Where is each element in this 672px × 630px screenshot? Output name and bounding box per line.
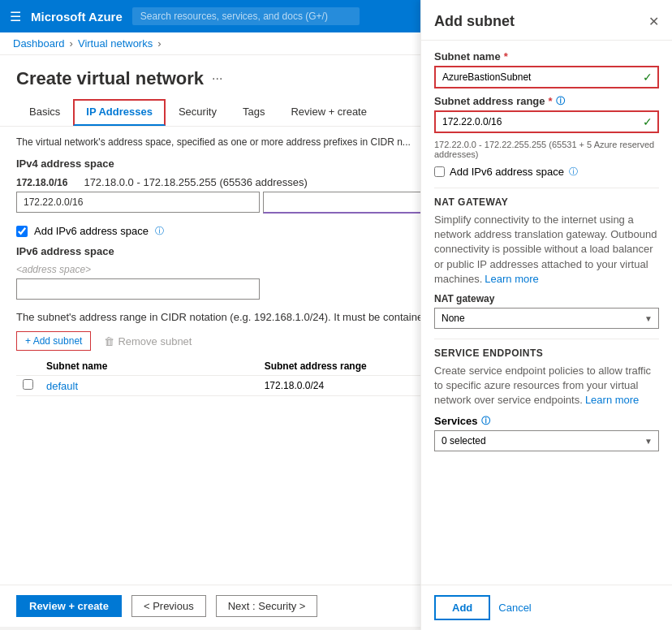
subnet-range-input[interactable] xyxy=(434,110,659,133)
breadcrumb-sep-1: › xyxy=(70,37,73,50)
services-field-label: Services ⓘ xyxy=(434,415,659,427)
tab-security[interactable]: Security xyxy=(166,99,230,126)
app-title: Microsoft Azure xyxy=(31,10,123,24)
panel-ipv6-checkbox[interactable] xyxy=(434,166,445,177)
services-info-icon[interactable]: ⓘ xyxy=(481,415,490,427)
review-create-button[interactable]: Review + create xyxy=(16,595,122,617)
check-icon-1: ✓ xyxy=(643,71,653,84)
services-select[interactable]: 0 selected xyxy=(434,430,659,451)
tab-ip-addresses[interactable]: IP Addresses xyxy=(73,99,166,126)
global-search-input[interactable] xyxy=(132,7,360,25)
panel-title: Add subnet xyxy=(434,13,515,30)
service-learn-more-link[interactable]: Learn more xyxy=(585,394,639,406)
nat-gateway-select-wrap: None ▼ xyxy=(434,308,659,329)
page-title: Create virtual network xyxy=(16,68,204,89)
ipv6-checkbox[interactable] xyxy=(16,226,28,237)
ipv6-checkbox-label: Add IPv6 address space xyxy=(34,225,149,237)
panel-header: Add subnet ✕ xyxy=(421,0,672,41)
check-icon-2: ✓ xyxy=(643,115,653,128)
breadcrumb-sep-2: › xyxy=(157,37,161,50)
next-button[interactable]: Next : Security > xyxy=(216,595,318,617)
col-checkbox xyxy=(16,357,40,376)
subnet-range-input-wrap: ✓ xyxy=(434,110,659,133)
required-star-1: * xyxy=(504,50,508,63)
ipv4-range1-val: 172.18.0/16 xyxy=(16,177,67,188)
subnet-range-field-label: Subnet address range * ⓘ xyxy=(434,95,659,107)
panel-ipv6-checkbox-row: Add IPv6 address space ⓘ xyxy=(434,166,659,178)
trash-icon: 🗑 xyxy=(104,335,114,347)
service-endpoints-section-header: SERVICE ENDPOINTS xyxy=(434,339,659,359)
add-subnet-panel: Add subnet ✕ Subnet name * ✓ Subnet addr… xyxy=(420,0,672,630)
nat-gateway-field-label: NAT gateway xyxy=(434,293,659,304)
panel-bottom: Add Cancel xyxy=(421,585,672,630)
subnet-name-field-label: Subnet name * xyxy=(434,50,659,63)
subnet-name-input-wrap: ✓ xyxy=(434,66,659,88)
panel-close-button[interactable]: ✕ xyxy=(648,14,659,29)
range-note: 172.22.0.0 - 172.22.255.255 (65531 + 5 A… xyxy=(434,140,659,159)
hamburger-icon[interactable]: ☰ xyxy=(10,9,21,24)
subnet-range-info-icon[interactable]: ⓘ xyxy=(556,95,565,107)
page-menu-icon[interactable]: ··· xyxy=(212,71,222,86)
breadcrumb-dashboard[interactable]: Dashboard xyxy=(13,37,65,50)
panel-cancel-button[interactable]: Cancel xyxy=(498,602,531,614)
services-select-wrap: 0 selected ▼ xyxy=(434,430,659,451)
ipv4-range1-detail: 172.18.0.0 - 172.18.255.255 (65536 addre… xyxy=(84,176,307,188)
required-star-2: * xyxy=(549,95,553,107)
remove-subnet-button[interactable]: 🗑 Remove subnet xyxy=(104,335,192,347)
nat-gateway-desc: Simplify connectivity to the internet us… xyxy=(434,213,659,287)
tab-review-create[interactable]: Review + create xyxy=(278,99,380,126)
nat-gateway-section-header: NAT GATEWAY xyxy=(434,188,659,208)
breadcrumb-virtual-networks[interactable]: Virtual networks xyxy=(78,37,153,50)
panel-ipv6-label: Add IPv6 address space xyxy=(450,166,564,178)
subnet-name-link[interactable]: default xyxy=(46,380,78,392)
nat-gateway-select[interactable]: None xyxy=(434,308,659,329)
panel-add-button[interactable]: Add xyxy=(434,595,490,620)
tab-basics[interactable]: Basics xyxy=(16,99,73,126)
ipv4-input-1[interactable] xyxy=(16,192,260,213)
subnet-name-input[interactable] xyxy=(434,66,659,88)
ipv6-input[interactable] xyxy=(16,278,260,300)
nat-learn-more-link[interactable]: Learn more xyxy=(485,273,538,285)
service-endpoints-desc: Create service endpoint policies to allo… xyxy=(434,364,659,408)
tab-tags[interactable]: Tags xyxy=(230,99,278,126)
row-checkbox[interactable] xyxy=(23,379,33,390)
panel-ipv6-info-icon[interactable]: ⓘ xyxy=(569,166,578,178)
ipv6-info-icon[interactable]: ⓘ xyxy=(155,225,164,237)
add-subnet-button[interactable]: + Add subnet xyxy=(16,331,91,351)
panel-body: Subnet name * ✓ Subnet address range * ⓘ… xyxy=(421,41,672,585)
col-subnet-name: Subnet name xyxy=(40,357,258,376)
previous-button[interactable]: < Previous xyxy=(131,595,206,617)
bottom-bar: Review + create < Previous Next : Securi… xyxy=(0,585,422,627)
